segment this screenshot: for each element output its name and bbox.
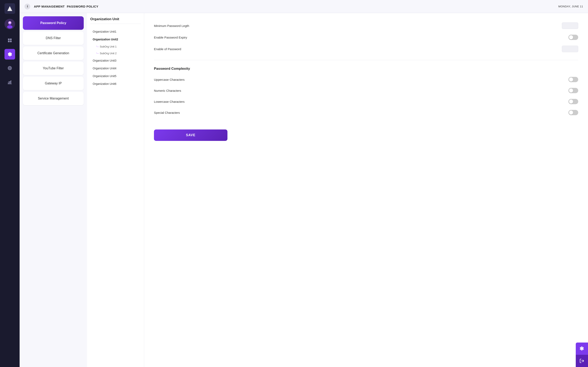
enable-password-expiry-toggle[interactable] — [568, 35, 578, 40]
suborg-unit-2[interactable]: └─· SubOrg Unit 2 — [94, 50, 141, 57]
org-unit-4[interactable]: Organization Unit4 — [90, 65, 141, 72]
svg-rect-4 — [9, 24, 11, 25]
org-unit-6[interactable]: Organization Unit6 — [90, 80, 141, 87]
min-password-length-row: Minimum Password Legth — [154, 20, 578, 32]
breadcrumb: APP MANAGEMENT PASSWORD POLICY — [33, 5, 98, 8]
save-button[interactable]: SAVE — [154, 129, 227, 141]
org-unit-3[interactable]: Organization Unit3 — [90, 57, 141, 64]
header: ℹ APP MANAGEMENT PASSWORD POLICY MONDAY,… — [20, 0, 588, 13]
enable-of-password-input[interactable] — [562, 46, 578, 52]
min-password-length-label: Minimum Password Legth — [154, 24, 189, 27]
svg-point-3 — [9, 22, 11, 24]
nav-item-certificate-generation[interactable]: Certificate Generation — [23, 47, 84, 60]
tree-line-2: └─· — [96, 52, 99, 55]
org-unit-5[interactable]: Organization Unit5 — [90, 72, 141, 80]
lowercase-characters-label: Lowercase Characters — [154, 100, 185, 103]
enable-of-password-label: Enable of Password — [154, 47, 181, 51]
org-unit-panel: Organization Unit Organization Unit1 Org… — [87, 13, 144, 367]
svg-rect-14 — [8, 83, 9, 84]
password-complexity-section: Password Complexity Uppercase Characters… — [154, 67, 578, 123]
password-complexity-title: Password Complexity — [154, 67, 578, 71]
min-password-length-input[interactable] — [562, 22, 578, 29]
bottom-actions — [576, 342, 588, 367]
basic-settings-section: Minimum Password Legth Enable Password E… — [154, 20, 578, 60]
nav-item-service-management[interactable]: Service Management — [23, 92, 84, 105]
fab-logout-button[interactable] — [576, 355, 588, 367]
numeric-characters-row: Numeric Characters — [154, 85, 578, 96]
sidebar — [0, 0, 20, 367]
sidebar-item-globe[interactable] — [4, 63, 15, 73]
lowercase-characters-toggle[interactable] — [568, 99, 578, 104]
numeric-characters-label: Numeric Characters — [154, 89, 181, 92]
enable-of-password-row: Enable of Password — [154, 43, 578, 55]
sidebar-item-analytics[interactable] — [4, 77, 15, 87]
lowercase-characters-row: Lowercase Characters — [154, 96, 578, 107]
nav-item-gateway-ip[interactable]: Gateway IP — [23, 77, 84, 90]
enable-password-expiry-label: Enable Password Expiry — [154, 36, 187, 39]
sidebar-item-grid[interactable] — [4, 35, 15, 46]
nav-item-youtube-filter[interactable]: YouTube Filter — [23, 62, 84, 75]
uppercase-characters-label: Uppercase Characters — [154, 78, 185, 81]
svg-point-2 — [7, 25, 12, 29]
sidebar-item-settings[interactable] — [4, 49, 15, 59]
special-characters-toggle[interactable] — [568, 110, 578, 115]
svg-rect-5 — [8, 39, 9, 40]
header-left: ℹ APP MANAGEMENT PASSWORD POLICY — [25, 4, 98, 9]
org-unit-2[interactable]: Organization Unit2 — [90, 36, 141, 43]
numeric-characters-toggle[interactable] — [568, 88, 578, 93]
svg-rect-7 — [8, 41, 9, 42]
svg-rect-15 — [9, 82, 10, 84]
settings-panel: Minimum Password Legth Enable Password E… — [144, 13, 588, 367]
avatar[interactable] — [4, 19, 15, 29]
org-unit-title: Organization Unit — [90, 17, 141, 24]
fab-settings-button[interactable] — [576, 342, 588, 355]
special-characters-label: Special Characters — [154, 111, 180, 114]
nav-item-password-policy[interactable]: Password Policy — [23, 16, 84, 30]
left-nav-panel: Password Policy DNS Filter Certificate G… — [20, 13, 87, 367]
header-date: MONDAY, JUNE 11 — [558, 5, 583, 8]
nav-item-dns-filter[interactable]: DNS Filter — [23, 31, 84, 45]
info-icon[interactable]: ℹ — [25, 4, 30, 9]
content-area: Password Policy DNS Filter Certificate G… — [20, 13, 588, 367]
org-unit-2-subitems: └─· SubOrg Unit 1 └─· SubOrg Unit 2 — [90, 43, 141, 57]
svg-rect-8 — [10, 41, 12, 42]
main-content: ℹ APP MANAGEMENT PASSWORD POLICY MONDAY,… — [20, 0, 588, 367]
breadcrumb-current: PASSWORD POLICY — [67, 5, 98, 8]
breadcrumb-prefix: APP MANAGEMENT — [34, 5, 65, 8]
tree-line-1: └─· — [96, 45, 99, 48]
app-logo — [4, 3, 15, 14]
svg-marker-0 — [7, 6, 12, 11]
svg-rect-6 — [10, 39, 12, 40]
uppercase-characters-toggle[interactable] — [568, 77, 578, 82]
special-characters-row: Special Characters — [154, 107, 578, 118]
org-unit-1[interactable]: Organization Unit1 — [90, 28, 141, 35]
enable-password-expiry-row: Enable Password Expiry — [154, 32, 578, 43]
suborg-unit-1[interactable]: └─· SubOrg Unit 1 — [94, 43, 141, 50]
uppercase-characters-row: Uppercase Characters — [154, 74, 578, 85]
